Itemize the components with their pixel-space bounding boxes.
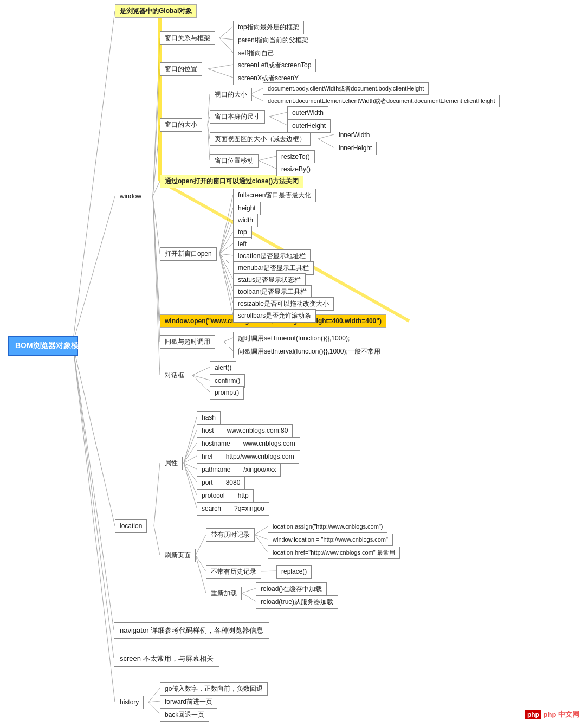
timer-timeout-label: 超时调用setTimeout(function(){},1000); [238,335,350,342]
pos-screen-xy-label: screenX或者screenY [238,74,299,82]
navigator-node: navigator 详细参考代码样例，各种浏览器信息 [114,622,269,639]
loc-hostname-node: hostname——www.cnblogs.com [197,437,300,451]
loc-hostname-label: hostname——www.cnblogs.com [202,440,295,447]
open-fullscreen-node: fullscreen窗口是否最大化 [233,189,316,202]
dialog-label: 对话框 [165,371,184,379]
open-top-label: top [238,228,247,236]
svg-line-44 [192,367,210,375]
svg-line-40 [219,254,233,303]
global-label: 是浏览器中的Global对象 [120,7,192,15]
history-back-node: back回退一页 [160,708,209,722]
window-position-node: 窗口的位置 [160,62,202,76]
svg-line-47 [154,463,160,526]
dialog-prompt-node: prompt() [210,386,244,400]
svg-line-14 [219,27,233,38]
size-resize-to-label: resizeTo() [281,153,310,160]
frame-self-label: self指向自己 [238,49,274,57]
svg-line-5 [73,344,115,702]
loc-pathname-node: pathname——/xingoo/xxx [197,463,281,477]
loc-refresh-label: 刷新页面 [165,551,191,559]
size-move-node: 窗口位置移动 [210,154,259,168]
loc-attr-label: 属性 [165,459,178,467]
window-node: window [115,190,146,203]
loc-attr-node: 属性 [160,457,183,470]
loc-pathname-label: pathname——/xingoo/xxx [202,466,276,473]
root-label: BOM浏览器对象模型 [15,341,86,350]
svg-line-53 [184,463,197,482]
dialog-prompt-label: prompt() [215,389,239,396]
svg-line-55 [184,463,197,508]
screen-node: screen 不太常用，与屏幕相关 [114,651,219,667]
svg-line-49 [184,430,197,463]
svg-line-29 [259,156,276,160]
loc-reload-cache-label: reload()在缓存中加载 [261,585,322,593]
svg-line-61 [196,555,206,571]
size-window-self-label: 窗口本身的尺寸 [215,113,260,120]
open-scrollbars-label: scrollbars是否允许滚动条 [238,312,311,319]
svg-line-0 [73,11,115,344]
loc-search-node: search——?q=xingoo [197,502,269,516]
global-node: 是浏览器中的Global对象 [115,4,197,18]
loc-replace-node: replace() [276,565,312,579]
loc-assign-node: location.assign("http://www.cnblogs.com"… [268,521,387,533]
size-vp1-label: document.body.clientWidth或者document.body… [268,85,424,92]
loc-hash-label: hash [202,414,216,421]
svg-line-4 [73,344,114,658]
frame-parent-label: parent指向当前的父框架 [238,36,308,44]
svg-line-27 [318,139,334,147]
size-viewport-node: 视口的大小 [210,88,252,101]
svg-line-9 [153,125,160,196]
open-resizable-label: resizable是否可以拖动改变大小 [238,300,329,307]
svg-line-67 [148,701,160,702]
dialog-alert-node: alert() [210,361,236,375]
svg-line-52 [184,463,197,469]
svg-line-60 [255,535,268,552]
svg-line-2 [73,344,115,526]
svg-line-12 [153,196,160,342]
loc-port-node: port——8080 [197,476,245,490]
pos-screen-lt-node: screenLeft或者screenTop [233,59,316,72]
svg-line-18 [208,69,233,78]
svg-line-43 [224,342,233,351]
loc-no-history-label: 不带有历史记录 [211,568,256,575]
svg-line-68 [148,702,160,714]
size-vp2-label: document.documentElement.clientWidth或者do… [268,98,495,104]
loc-replace-label: replace() [281,568,307,575]
loc-reload-server-node: reload(true)从服务器加载 [256,595,338,609]
timer-interval-node: 间歇调用setInterval(function(){},1000);一般不常用 [233,345,385,358]
history-go-label: go传入数字，正数向前，负数回退 [165,685,263,692]
loc-with-history-node: 带有历时记录 [206,528,255,542]
loc-no-history-node: 不带有历史记录 [206,565,261,579]
loc-href-set-label: location.href="http://www.cnblogs.com" 最… [273,549,395,556]
size-outer-h-label: outerHeight [292,122,326,130]
svg-line-64 [242,588,256,593]
root-node: BOM浏览器对象模型 [8,336,78,356]
open-height-label: height [238,204,256,212]
dialog-alert-label: alert() [215,364,231,371]
timer-node: 间歇与超时调用 [160,335,215,349]
svg-line-26 [318,134,334,139]
svg-line-57 [196,535,206,555]
loc-host-label: host——www.cnblogs.com:80 [202,427,288,434]
size-resize-to-node: resizeTo() [276,150,315,164]
open-left-label: left [238,240,247,248]
pos-screen-lt-label: screenLeft或者screenTop [238,61,311,69]
frame-label: 窗口关系与框架 [165,34,210,42]
svg-line-58 [255,526,268,535]
svg-line-16 [219,38,233,53]
navigator-label: navigator 详细参考代码样例，各种浏览器信息 [120,626,263,634]
svg-line-54 [184,463,197,495]
size-page-node: 页面视图区的大小（减去边框） [210,132,311,146]
open-location-label: location是否显示地址栏 [238,252,306,260]
svg-line-63 [196,555,206,593]
window-size-label: 窗口的大小 [165,121,197,129]
open-toolbar-label: toolbanr是否显示工具栏 [238,288,307,295]
svg-line-11 [153,196,160,321]
svg-line-8 [153,69,160,196]
size-outer-w-node: outerWidth [287,106,328,120]
window-close-node: 通过open打开的窗口可以通过close()方法关闭 [160,175,303,188]
svg-line-45 [192,375,210,380]
svg-line-41 [219,254,233,315]
svg-line-48 [184,417,197,463]
open-new-label: 打开新窗口open [165,250,212,258]
